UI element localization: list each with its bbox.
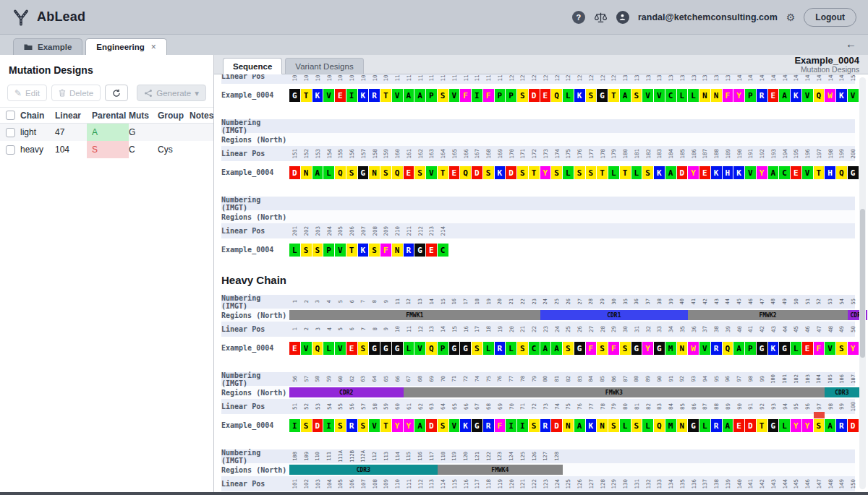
aa-cell[interactable]: Y [757, 165, 768, 179]
aa-cell[interactable]: L [699, 418, 711, 432]
aa-cell[interactable]: K [711, 165, 723, 179]
aa-cell[interactable]: R [757, 88, 768, 102]
aa-cell[interactable]: E [426, 243, 438, 257]
aa-cell[interactable]: T [608, 88, 620, 102]
aa-cell[interactable]: F [483, 88, 495, 102]
aa-cell[interactable]: S [551, 165, 563, 179]
aa-cell[interactable]: G [688, 418, 699, 432]
aa-cell[interactable]: S [483, 165, 495, 179]
aa-cell[interactable]: Y [733, 88, 745, 102]
aa-cell[interactable]: L [506, 341, 517, 355]
aa-cell[interactable]: V [414, 341, 426, 355]
aa-cell[interactable]: L [483, 341, 495, 355]
aa-cell[interactable]: Y [404, 418, 415, 432]
aa-cell[interactable]: S [312, 243, 324, 257]
aa-cell[interactable]: P [438, 341, 449, 355]
aa-cell[interactable]: A [574, 418, 586, 432]
aa-cell[interactable]: E [335, 88, 346, 102]
aa-cell[interactable]: K [574, 88, 586, 102]
aa-cell[interactable]: P [426, 88, 438, 102]
aa-cell[interactable]: Q [426, 341, 438, 355]
aa-cell[interactable]: G [654, 341, 665, 355]
aa-cell[interactable]: A [551, 341, 563, 355]
aa-cell[interactable]: T [380, 88, 392, 102]
aa-cell[interactable]: A [312, 165, 324, 179]
aa-cell[interactable]: Q [460, 165, 472, 179]
aa-cell[interactable]: V [654, 88, 665, 102]
aa-cell[interactable]: S [358, 341, 370, 355]
aa-cell[interactable]: N [392, 243, 404, 257]
aa-cell[interactable]: N [597, 418, 608, 432]
aa-cell[interactable]: S [358, 418, 370, 432]
aa-cell[interactable]: G [449, 341, 461, 355]
aa-cell[interactable]: G [460, 341, 472, 355]
aa-cell[interactable]: A [733, 341, 745, 355]
aa-cell[interactable]: V [301, 341, 312, 355]
aa-cell[interactable]: V [802, 88, 814, 102]
aa-cell[interactable]: S [517, 165, 529, 179]
generate-button[interactable]: Generate ▾ [137, 85, 206, 101]
aa-cell[interactable]: E [449, 165, 461, 179]
aa-cell[interactable]: F [723, 88, 734, 102]
aa-cell[interactable]: T [301, 88, 312, 102]
aa-cell[interactable]: G [380, 341, 392, 355]
edit-button[interactable]: ✎ Edit [7, 85, 47, 101]
aa-cell[interactable]: R [369, 88, 380, 102]
aa-cell[interactable]: P [323, 243, 335, 257]
aa-cell[interactable]: A [620, 88, 631, 102]
aa-cell[interactable]: P [745, 88, 757, 102]
aa-cell[interactable]: R [346, 418, 358, 432]
aa-cell[interactable]: G [289, 88, 301, 102]
row-checkbox[interactable] [6, 145, 15, 155]
aa-cell[interactable]: D [529, 88, 540, 102]
aa-cell[interactable]: R [711, 418, 723, 432]
aa-cell[interactable]: T [597, 165, 608, 179]
logout-button[interactable]: Logout [804, 8, 856, 27]
aa-cell[interactable]: L [323, 165, 335, 179]
aa-cell[interactable]: A [404, 88, 415, 102]
aa-cell[interactable]: G [848, 165, 859, 179]
aa-cell[interactable]: F [380, 243, 392, 257]
aa-cell[interactable]: S [438, 418, 449, 432]
aa-cell[interactable]: N [677, 341, 689, 355]
aa-cell[interactable]: E [699, 165, 711, 179]
aa-cell[interactable]: V [802, 165, 814, 179]
aa-cell[interactable]: V [323, 88, 335, 102]
aa-cell[interactable]: L [620, 418, 631, 432]
aa-cell[interactable]: G [369, 341, 380, 355]
aa-cell[interactable]: A [414, 418, 426, 432]
tab-variant-designs[interactable]: Variant Designs [285, 58, 363, 74]
aa-cell[interactable]: R [483, 418, 495, 432]
aa-cell[interactable]: I [472, 88, 483, 102]
aa-cell[interactable]: S [563, 341, 574, 355]
aa-cell[interactable]: A [723, 418, 734, 432]
scales-icon[interactable] [594, 12, 608, 23]
aa-cell[interactable]: V [642, 88, 654, 102]
aa-cell[interactable]: D [677, 165, 689, 179]
aa-cell[interactable]: F [495, 418, 506, 432]
aa-cell[interactable]: T [346, 243, 358, 257]
mutation-row[interactable]: heavy104SCCys [0, 141, 213, 158]
aa-cell[interactable]: M [665, 341, 677, 355]
aa-cell[interactable]: T [380, 418, 392, 432]
aa-cell[interactable]: V [426, 165, 438, 179]
aa-cell[interactable]: T [529, 165, 540, 179]
aa-cell[interactable]: D [426, 418, 438, 432]
aa-cell[interactable]: Y [688, 165, 699, 179]
aa-cell[interactable]: I [289, 418, 301, 432]
aa-cell[interactable]: S [335, 418, 346, 432]
aa-cell[interactable]: D [848, 418, 859, 432]
aa-cell[interactable]: V [335, 341, 346, 355]
aa-cell[interactable]: L [323, 341, 335, 355]
aa-cell[interactable]: L [791, 341, 802, 355]
aa-cell[interactable]: G [779, 341, 791, 355]
aa-cell[interactable]: T [438, 165, 449, 179]
aa-cell[interactable]: L [688, 88, 699, 102]
aa-cell[interactable]: W [825, 88, 836, 102]
aa-cell[interactable]: A [665, 165, 677, 179]
aa-cell[interactable]: L [563, 165, 574, 179]
aa-cell[interactable]: S [631, 88, 643, 102]
aa-cell[interactable]: D [472, 165, 483, 179]
aa-cell[interactable]: S [414, 165, 426, 179]
aa-cell[interactable]: F [814, 341, 825, 355]
